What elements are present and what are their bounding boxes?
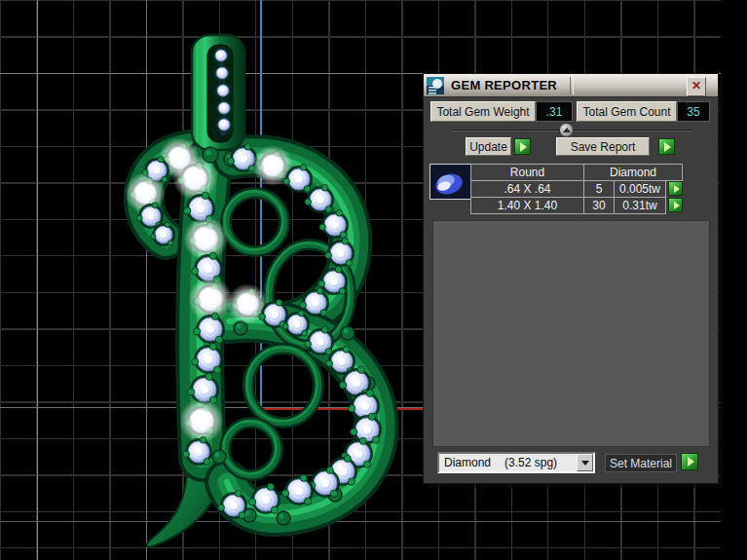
set-material-label: Set Material [605,454,677,472]
material-name: Diamond [444,456,491,469]
grid-major-vertical [146,0,147,560]
row2-size-cell: 1.40 X 1.40 [470,197,584,214]
update-label: Update [466,137,511,156]
dialog-titlebar[interactable]: GEM REPORTER ✕ [424,74,718,97]
close-button[interactable]: ✕ [687,77,706,96]
total-gem-weight-label: Total Gem Weight [430,101,536,122]
grid-major-horizontal [0,521,721,522]
row1-count-cell: 5 [583,180,615,198]
play-icon [674,202,680,209]
report-area [432,220,710,447]
save-report-button[interactable] [658,138,675,155]
row2-select-button[interactable] [668,198,683,212]
play-icon [674,185,680,193]
close-icon: ✕ [691,79,701,93]
material-dropdown[interactable]: Diamond (3.52 spg) [437,452,595,473]
grid-major-vertical [37,0,38,560]
viewport-right-margin [721,0,747,560]
gem-reporter-icon [427,77,444,94]
update-button[interactable] [514,138,531,155]
y-axis-line [260,0,262,409]
x-axis-line [261,408,425,410]
row1-size-cell: .64 X .64 [470,180,584,198]
row2-weight-cell: 0.31tw [614,197,666,214]
play-icon [520,142,527,152]
column-header-diamond: Diamond [583,164,683,181]
dropdown-arrow-button[interactable] [577,454,593,471]
chevron-up-icon [563,128,571,132]
chevron-down-icon [581,461,589,466]
gem-reporter-dialog: GEM REPORTER ✕ Total Gem Weight .31 Tota… [423,73,719,484]
play-icon [688,457,694,467]
row1-select-button[interactable] [668,181,683,196]
gem-preview-thumbnail [430,164,471,200]
app-screen: GEM REPORTER ✕ Total Gem Weight .31 Tota… [0,0,747,560]
column-header-round: Round [470,164,584,181]
row2-count-cell: 30 [583,197,615,214]
material-density: (3.52 spg) [504,456,557,469]
dialog-title: GEM REPORTER [451,78,557,93]
titlebar-groove [570,77,574,94]
total-gem-count-label: Total Gem Count [577,101,677,122]
save-report-label: Save Report [556,137,650,156]
row1-weight-cell: 0.005tw [614,180,666,198]
play-icon [664,142,671,152]
set-material-button[interactable] [681,453,698,470]
collapse-button[interactable] [559,123,574,137]
gem-preview-image [430,165,471,200]
total-gem-weight-field[interactable]: .31 [536,101,573,122]
total-gem-count-field[interactable]: 35 [677,101,710,122]
